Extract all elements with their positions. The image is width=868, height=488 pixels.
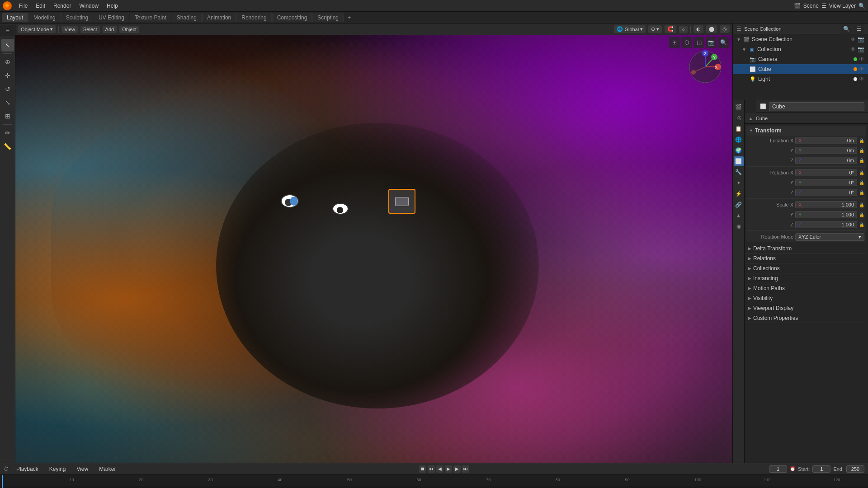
tool-measure[interactable]: 📏 [1,140,14,153]
tool-move[interactable]: ✛ [1,69,14,82]
timeline-keyframe-area[interactable]: 1 10 20 30 40 50 60 70 80 90 100 110 [0,486,868,488]
object-menu[interactable]: Object [119,26,139,33]
visibility-icon[interactable]: 👁 [851,37,856,42]
playback-menu[interactable]: Playback [13,465,42,473]
viewport-gizmo[interactable]: X Y Z [687,49,723,85]
scale-y-field[interactable]: Y 1.000 [795,211,857,218]
scale-z-field[interactable]: Z 1.000 [795,221,857,228]
prop-icon-object[interactable]: ⬜ [734,156,744,166]
prop-icon-constraints[interactable]: 🔗 [734,200,744,210]
mode-dropdown[interactable]: Object Mode ▾ [18,25,56,33]
tab-layout[interactable]: Layout [2,13,28,22]
motion-paths-section[interactable]: ▶ Motion Paths [746,283,866,293]
scale-x-lock[interactable]: 🔒 [859,202,864,207]
tool-annotate[interactable]: ✏ [1,127,14,139]
stop-btn[interactable]: ⏹ [419,465,426,473]
menu-window[interactable]: Window [75,2,102,10]
cube-vis-icon[interactable]: 👁 [859,66,864,72]
tab-compositing[interactable]: Compositing [272,13,312,22]
rotation-y-lock[interactable]: 🔒 [859,180,864,185]
tool-cursor[interactable]: ⊕ [1,56,14,68]
timeline-ruler[interactable]: 1 10 20 30 40 50 60 70 80 90 100 110 120 [0,475,868,486]
solid-shading-btn[interactable]: ◐ [693,25,703,33]
scale-x-field[interactable]: X 1.000 [795,201,857,208]
prop-icon-material[interactable]: ◉ [734,221,744,231]
location-z-field[interactable]: Z 0m [795,157,857,164]
transform-global-dropdown[interactable]: 🌐 Global ▾ [614,25,646,33]
menu-help[interactable]: Help [103,2,122,10]
location-y-field[interactable]: Y 0m [795,147,857,154]
add-workspace-button[interactable]: + [344,13,354,22]
rotation-y-field[interactable]: Y 0° [795,179,857,186]
tab-texture-paint[interactable]: Texture Paint [130,13,171,22]
instancing-section[interactable]: ▶ Instancing [746,273,866,283]
rotation-z-lock[interactable]: 🔒 [859,190,864,195]
custom-properties-section[interactable]: ▶ Custom Properties [746,313,866,323]
prop-icon-render[interactable]: 🎬 [734,102,744,112]
collection-visibility-icon[interactable]: 👁 [850,46,856,52]
tool-rotate[interactable]: ↺ [1,83,14,95]
current-frame-input[interactable] [769,465,787,473]
outliner-cube[interactable]: ⬜ Cube 👁 [733,64,868,74]
rotation-z-field[interactable]: Z 0° [795,189,857,196]
prop-icon-particles[interactable]: ✦ [734,178,744,188]
camera-view-btn[interactable]: 📷 [706,37,717,48]
tab-modeling[interactable]: Modeling [28,13,61,22]
transform-section-header[interactable]: ▼ Transform [746,126,866,136]
jump-start-btn[interactable]: ⏮ [428,465,435,473]
play-btn[interactable]: ▶ [445,465,452,473]
light-vis-icon[interactable]: 👁 [859,76,864,82]
view-menu[interactable]: View [73,465,92,473]
tab-uv-editing[interactable]: UV Editing [94,13,129,22]
visibility-section[interactable]: ▶ Visibility [746,293,866,303]
prop-icon-world[interactable]: 🌍 [734,145,744,155]
snap-toggle[interactable]: 🧲 [665,25,676,33]
xray-btn[interactable]: ◫ [693,37,704,48]
tab-shading[interactable]: Shading [172,13,202,22]
pivot-dropdown[interactable]: ⊙ ▾ [648,25,662,33]
material-shading-btn[interactable]: ⬤ [706,25,717,33]
viewport-image[interactable]: ⊞ ⬡ ◫ 📷 🔍 X [15,35,732,463]
menu-edit[interactable]: Edit [32,2,49,10]
start-frame-input[interactable] [812,465,830,473]
scale-z-lock[interactable]: 🔒 [859,222,864,227]
step-back-btn[interactable]: ◀ [436,465,443,473]
step-forward-btn[interactable]: ▶ [453,465,461,473]
outliner-collection[interactable]: ▼ ▣ Collection 👁 📷 [733,44,868,54]
overlay-btn[interactable]: ⬡ [681,37,692,48]
select-menu[interactable]: Select [80,26,100,33]
tool-select[interactable]: ↖ [1,39,14,52]
location-y-lock[interactable]: 🔒 [859,148,864,153]
rotation-mode-dropdown[interactable]: XYZ Euler ▾ [795,233,864,241]
viewport-display-section[interactable]: ▶ Viewport Display [746,303,866,313]
keying-menu[interactable]: Keying [46,465,70,473]
tab-animation[interactable]: Animation [202,13,236,22]
collections-section[interactable]: ▶ Collections [746,263,866,273]
add-menu[interactable]: Add [103,26,117,33]
tab-scripting[interactable]: Scripting [312,13,344,22]
prop-icon-view-layer[interactable]: 📋 [734,124,744,134]
proportional-toggle[interactable]: ○ [679,26,688,33]
tool-scale[interactable]: ⤡ [1,96,14,109]
tab-sculpting[interactable]: Sculpting [61,13,93,22]
prop-icon-data[interactable]: ▲ [734,211,744,221]
outliner-filter[interactable]: 🔍 [841,23,852,34]
tab-rendering[interactable]: Rendering [236,13,271,22]
zoom-btn[interactable]: 🔍 [718,37,729,48]
marker-menu[interactable]: Marker [95,465,119,473]
outliner-search[interactable]: ☰ [854,23,864,34]
view-3d-btn[interactable]: ⊞ [669,37,680,48]
jump-end-btn[interactable]: ⏭ [462,465,469,473]
delta-transform-section[interactable]: ▶ Delta Transform [746,244,866,253]
collection-camera-icon[interactable]: 📷 [858,46,864,52]
search-icon[interactable]: 🔍 [859,3,865,9]
prop-icon-scene[interactable]: 🌐 [734,135,744,145]
rotation-x-field[interactable]: X 0° [795,169,857,176]
prop-icon-output[interactable]: 🖨 [734,113,744,123]
view-menu[interactable]: View [61,26,78,33]
prop-icon-modifier[interactable]: 🔧 [734,167,744,177]
camera-vis-icon[interactable]: 👁 [859,56,864,62]
rendered-shading-btn[interactable]: ◎ [720,25,730,33]
location-z-lock[interactable]: 🔒 [859,158,864,163]
object-name-input[interactable] [769,102,864,111]
